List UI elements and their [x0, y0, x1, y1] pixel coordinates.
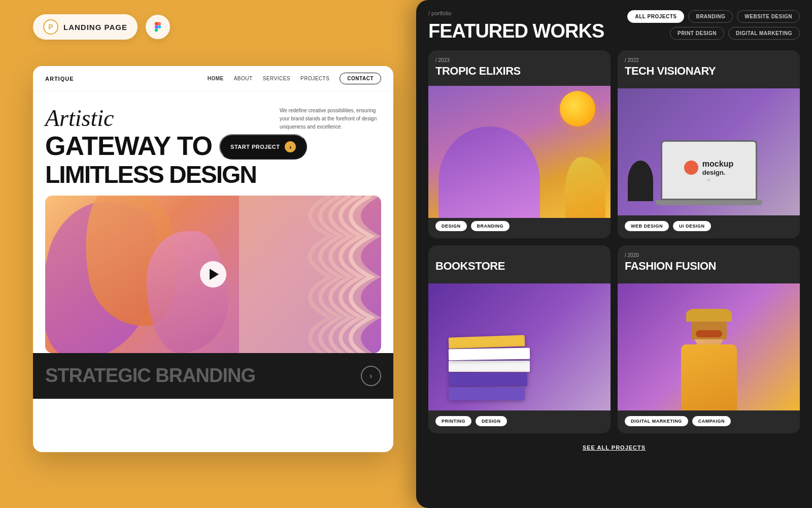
- tag-uidesign-tech[interactable]: UI DESIGN: [673, 221, 711, 231]
- tag-design-bookstore[interactable]: DESIGN: [476, 416, 507, 426]
- tag-campaign-fashion[interactable]: CAMPAIGN: [692, 416, 731, 426]
- project-name-tropic: TROPIC ELIXIRS: [435, 65, 521, 78]
- project-year-fashion: / 2020: [625, 252, 639, 258]
- wavy-area: [239, 196, 381, 353]
- laptop-screen: mockup design. 01: [661, 140, 757, 200]
- tropic-shape-main: [438, 126, 540, 218]
- fashion-sunglasses: [696, 330, 722, 337]
- strategic-text: STRATEGIC BRANDING: [45, 365, 255, 387]
- mockup-small-text: 01: [707, 178, 710, 181]
- mockup-circle: [684, 161, 698, 175]
- portfolio-card: / portfolio FEATURED WORKS ALL PROJECTS …: [416, 0, 812, 508]
- next-arrow-icon[interactable]: ›: [361, 366, 381, 386]
- logo-circle: P: [43, 19, 58, 35]
- see-all-section: SEE ALL PROJECTS: [428, 442, 800, 452]
- landing-page-card: ARTIQUE HOME ABOUT SERVICES PROJECTS CON…: [33, 66, 393, 452]
- nav-services[interactable]: SERVICES: [263, 76, 290, 81]
- tag-digitalmarketing-fashion[interactable]: DIGITAL MARKETING: [625, 416, 688, 426]
- nav-contact[interactable]: CONTACT: [340, 73, 381, 84]
- mockup-title: mockup: [702, 160, 733, 169]
- project-year-tech: / 2022: [625, 57, 639, 63]
- landing-navbar: ARTIQUE HOME ABOUT SERVICES PROJECTS CON…: [33, 66, 393, 91]
- tag-design-tropic[interactable]: DESIGN: [435, 221, 467, 231]
- mockup-subtitle: design.: [702, 169, 733, 176]
- nav-projects[interactable]: PROJECTS: [300, 76, 329, 81]
- see-all-link[interactable]: SEE ALL PROJECTS: [583, 444, 646, 451]
- hero-bold-line2: LIMITLESS DESIGN: [45, 162, 381, 187]
- tag-webdesign-tech[interactable]: WEB DESIGN: [625, 221, 669, 231]
- person-silhouette: [628, 161, 653, 201]
- header-bar: P LANDING PAGE: [33, 14, 170, 40]
- tag-printing-bookstore[interactable]: PRINTING: [435, 416, 471, 426]
- filter-branding[interactable]: BRANDING: [688, 10, 733, 23]
- laptop-base: [656, 200, 762, 205]
- project-grid: / 2023 TROPIC ELIXIRS DESIGN BRANDING / …: [428, 50, 800, 433]
- landing-hero: We redefine creative possibilities, ensu…: [33, 91, 393, 187]
- project-year-tropic: / 2023: [435, 57, 450, 63]
- figma-icon: [146, 15, 170, 39]
- book-2: [449, 348, 530, 361]
- book-stack: [449, 336, 530, 400]
- hero-bold-line1: GATEWAY TO: [45, 132, 212, 160]
- project-image-tech: mockup design. 01: [618, 88, 800, 215]
- abstract-shape-3: [147, 231, 228, 353]
- fashion-body: [681, 344, 737, 410]
- filter-digital-marketing[interactable]: DIGITAL MARKETING: [728, 27, 800, 40]
- project-name-tech: TECH VISIONARY: [625, 65, 716, 78]
- project-name-bookstore: BOOKSTORE: [435, 260, 505, 273]
- laptop-mockup: mockup design. 01: [661, 140, 757, 205]
- hero-tagline: We redefine creative possibilities, ensu…: [280, 107, 381, 131]
- project-image-bookstore: [428, 283, 611, 410]
- tag-branding-tropic[interactable]: BRANDING: [471, 221, 510, 231]
- header-pill: P LANDING PAGE: [33, 14, 138, 40]
- hero-image: [45, 196, 381, 353]
- nav-about[interactable]: ABOUT: [234, 76, 253, 81]
- mockup-text-area: mockup design.: [702, 160, 733, 176]
- fashion-figure: [673, 309, 745, 410]
- book-5: [449, 387, 525, 400]
- logo-letter: P: [48, 23, 53, 31]
- fashion-hat: [686, 309, 732, 322]
- book-4: [449, 373, 527, 386]
- hero-title-row: GATEWAY TO START PROJECT ›: [45, 130, 381, 160]
- tropic-shape-side: [565, 157, 605, 218]
- project-image-tropic: [428, 86, 611, 218]
- mockup-content: mockup design.: [684, 160, 733, 176]
- filter-row-1: ALL PROJECTS BRANDING WEBSITE DESIGN: [627, 10, 800, 23]
- book-1: [449, 335, 525, 348]
- project-name-fashion: FASHION FUSION: [625, 260, 716, 273]
- project-tags-tropic: DESIGN BRANDING: [435, 221, 510, 231]
- filter-all-projects[interactable]: ALL PROJECTS: [627, 10, 684, 23]
- project-card-tropic[interactable]: / 2023 TROPIC ELIXIRS DESIGN BRANDING: [428, 50, 611, 238]
- landing-nav: HOME ABOUT SERVICES PROJECTS CONTACT: [208, 73, 381, 84]
- filter-print-design[interactable]: PRINT DESIGN: [670, 27, 724, 40]
- project-card-fashion[interactable]: / 2020 FASHION FUSION: [618, 245, 800, 433]
- play-button[interactable]: [200, 261, 226, 288]
- start-project-button[interactable]: START PROJECT ›: [219, 134, 307, 160]
- app-title: LANDING PAGE: [63, 23, 127, 31]
- orange-fruit: [560, 91, 595, 126]
- start-btn-label: START PROJECT: [230, 144, 280, 150]
- landing-bottom-bar: STRATEGIC BRANDING ›: [33, 353, 393, 399]
- book-3: [449, 361, 530, 372]
- landing-logo: ARTIQUE: [45, 76, 74, 82]
- start-btn-arrow-icon: ›: [285, 141, 296, 152]
- project-tags-bookstore: PRINTING DESIGN: [435, 416, 507, 426]
- filter-area: ALL PROJECTS BRANDING WEBSITE DESIGN PRI…: [627, 10, 800, 40]
- project-tags-fashion: DIGITAL MARKETING CAMPAIGN: [625, 416, 731, 426]
- project-tags-tech: WEB DESIGN UI DESIGN: [625, 221, 711, 231]
- project-card-bookstore[interactable]: BOOKSTORE PRINTING DESIGN: [428, 245, 611, 433]
- filter-website-design[interactable]: WEBSITE DESIGN: [737, 10, 800, 23]
- project-card-tech[interactable]: / 2022 TECH VISIONARY mockup design.: [618, 50, 800, 238]
- project-image-fashion: [618, 283, 800, 410]
- filter-row-2: PRINT DESIGN DIGITAL MARKETING: [670, 27, 800, 40]
- nav-home[interactable]: HOME: [208, 76, 224, 81]
